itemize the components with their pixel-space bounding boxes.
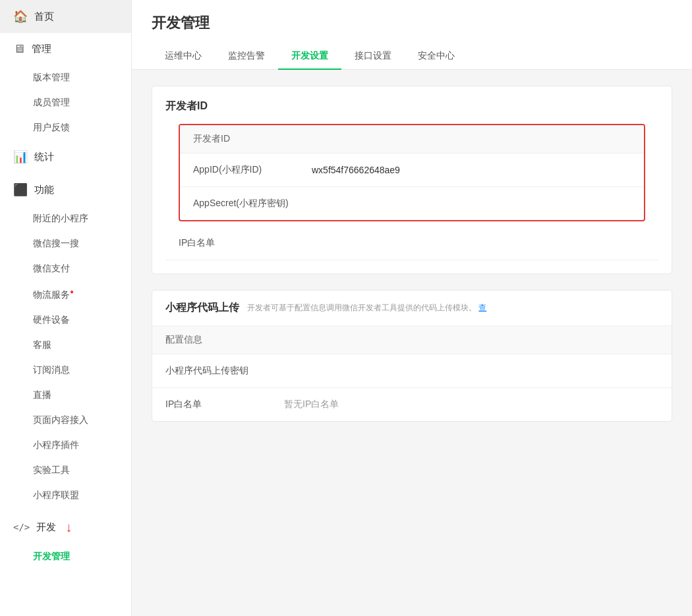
tab-dev-settings[interactable]: 开发设置 <box>278 43 341 70</box>
appid-row: AppID(小程序ID) wx5f54f76662648ae9 <box>180 154 644 187</box>
tab-api-settings[interactable]: 接口设置 <box>341 43 405 70</box>
sidebar: 🏠 首页 🖥 管理 版本管理 成员管理 用户反馈 📊 统计 ⬛ 功能 附近的小程… <box>0 0 132 616</box>
sidebar-stats-label: 统计 <box>34 151 54 163</box>
upload-secret-row: 小程序代码上传密钥 <box>152 354 672 388</box>
sidebar-home-label: 首页 <box>34 11 54 23</box>
home-icon: 🏠 <box>13 9 28 24</box>
tab-monitor[interactable]: 监控告警 <box>215 43 278 70</box>
sidebar-item-subscription[interactable]: 订阅消息 <box>0 358 131 383</box>
sidebar-item-customer-service[interactable]: 客服 <box>0 333 131 358</box>
upload-ip-row: IP白名单 暂无IP白名单 <box>152 388 672 421</box>
page-header: 开发管理 运维中心 监控告警 开发设置 接口设置 安全中心 <box>132 0 692 70</box>
sidebar-item-home[interactable]: 🏠 首页 <box>0 0 131 33</box>
sidebar-item-miniapp-union[interactable]: 小程序联盟 <box>0 483 131 508</box>
sidebar-item-miniapp-plugin[interactable]: 小程序插件 <box>0 433 131 458</box>
appsecret-label: AppSecret(小程序密钥) <box>193 198 312 210</box>
tab-security[interactable]: 安全中心 <box>405 43 468 70</box>
appsecret-row: AppSecret(小程序密钥) <box>180 187 644 220</box>
sidebar-item-stats[interactable]: 📊 统计 <box>0 140 131 173</box>
arrow-down-icon: ↓ <box>65 520 72 535</box>
upload-desc: 开发者可基于配置信息调用微信开发者工具提供的代码上传模块。 查 <box>247 302 486 314</box>
page-title: 开发管理 <box>152 13 672 33</box>
sidebar-manage-label: 管理 <box>32 43 51 55</box>
manage-icon: 🖥 <box>13 42 25 56</box>
sidebar-dev-label: 开发 <box>36 521 56 534</box>
sidebar-item-nearby-miniapp[interactable]: 附近的小程序 <box>0 206 131 231</box>
upload-link[interactable]: 查 <box>478 303 486 312</box>
tabs-bar: 运维中心 监控告警 开发设置 接口设置 安全中心 <box>152 43 672 69</box>
sidebar-item-live[interactable]: 直播 <box>0 383 131 408</box>
sidebar-item-version-manage[interactable]: 版本管理 <box>0 65 131 90</box>
sidebar-item-member-manage[interactable]: 成员管理 <box>0 90 131 115</box>
developer-id-outer-section: 开发者ID 开发者ID AppID(小程序ID) wx5f54f76662648… <box>152 86 672 274</box>
sidebar-item-dev[interactable]: </> 开发 ↓ <box>0 511 131 544</box>
main-content: 开发管理 运维中心 监控告警 开发设置 接口设置 安全中心 开发者ID <box>132 0 692 616</box>
dev-id-header: 开发者ID <box>180 125 644 154</box>
developer-id-card: 开发者ID AppID(小程序ID) wx5f54f76662648ae9 Ap… <box>179 124 645 221</box>
tab-ops[interactable]: 运维中心 <box>152 43 215 70</box>
sidebar-item-logistics[interactable]: 物流服务● <box>0 281 131 308</box>
ip-whitelist-label: IP白名单 <box>179 237 297 249</box>
appid-value: wx5f54f76662648ae9 <box>312 165 400 175</box>
upload-ip-value: 暂无IP白名单 <box>284 399 339 410</box>
upload-secret-label: 小程序代码上传密钥 <box>165 365 284 377</box>
developer-id-title: 开发者ID <box>165 99 658 113</box>
ip-whitelist-row: IP白名单 <box>165 227 658 260</box>
sidebar-item-wechat-pay[interactable]: 微信支付 <box>0 256 131 281</box>
sidebar-item-function[interactable]: ⬛ 功能 <box>0 173 131 206</box>
upload-ip-label: IP白名单 <box>165 399 284 410</box>
upload-section: 小程序代码上传 开发者可基于配置信息调用微信开发者工具提供的代码上传模块。 查 … <box>152 290 672 422</box>
sidebar-item-experiment-tools[interactable]: 实验工具 <box>0 458 131 483</box>
config-header: 配置信息 <box>152 326 672 354</box>
dev-icon: </> <box>13 522 30 532</box>
upload-header: 小程序代码上传 开发者可基于配置信息调用微信开发者工具提供的代码上传模块。 查 <box>152 291 672 326</box>
sidebar-item-dev-manage[interactable]: 开发管理 <box>0 544 131 569</box>
function-icon: ⬛ <box>13 182 28 197</box>
sidebar-item-page-content[interactable]: 页面内容接入 <box>0 408 131 433</box>
upload-title: 小程序代码上传 <box>165 301 239 315</box>
sidebar-item-hardware[interactable]: 硬件设备 <box>0 308 131 333</box>
sidebar-function-label: 功能 <box>34 184 54 196</box>
sidebar-item-wechat-search[interactable]: 微信搜一搜 <box>0 231 131 256</box>
sidebar-item-manage[interactable]: 🖥 管理 <box>0 33 131 65</box>
sidebar-item-user-feedback[interactable]: 用户反馈 <box>0 115 131 140</box>
stats-icon: 📊 <box>13 150 28 164</box>
content-area: 开发者ID 开发者ID AppID(小程序ID) wx5f54f76662648… <box>132 70 692 453</box>
appid-label: AppID(小程序ID) <box>193 164 312 176</box>
